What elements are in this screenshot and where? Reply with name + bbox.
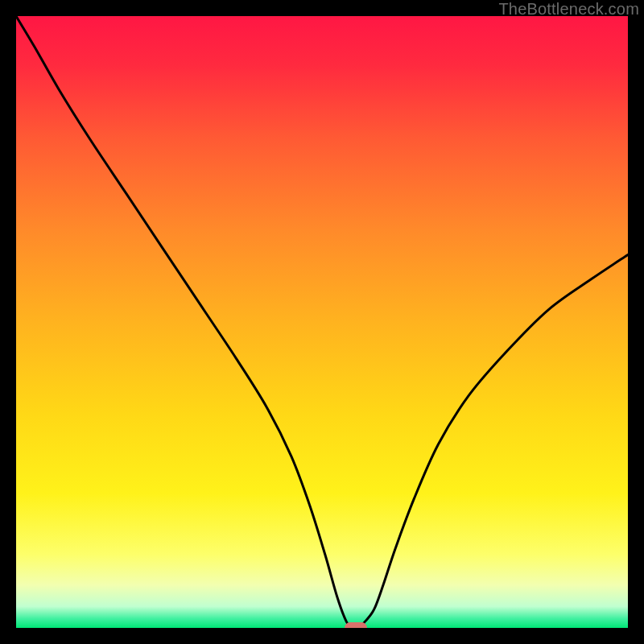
optimal-marker: [345, 622, 367, 628]
chart-frame: TheBottleneck.com: [0, 0, 644, 644]
plot-area: [16, 16, 628, 628]
bottleneck-curve: [16, 16, 628, 628]
